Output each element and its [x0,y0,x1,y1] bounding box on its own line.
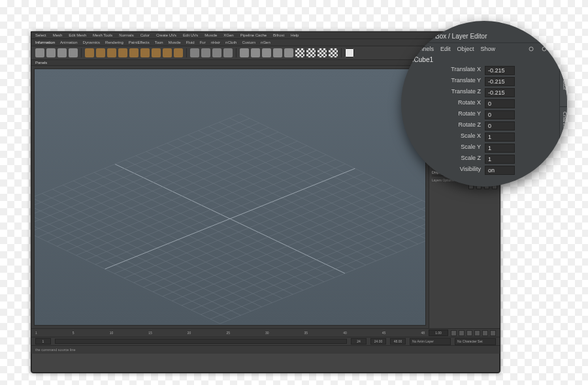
shelf-icon[interactable] [69,48,78,57]
shelf-icon[interactable] [96,48,105,57]
shelf-icon[interactable] [163,48,172,57]
shelf-tab[interactable]: Custom [242,40,255,44]
range-end-out-field[interactable]: 48.00 [390,338,406,345]
channel-attr-label: Rotate Y [425,110,482,119]
play-back-button[interactable] [466,330,472,336]
channel-attr-field[interactable]: -0.215 [485,88,515,97]
svg-line-35 [86,159,336,260]
channel-attr-field[interactable]: on [485,166,515,175]
shelf-icon[interactable] [174,48,183,57]
shelf-icon[interactable] [190,48,199,57]
svg-line-27 [35,123,259,223]
range-slider-row: 1 24 24.00 48.00 No Anim Layer No Charac… [31,337,500,345]
range-start-field[interactable]: 1 [35,338,51,345]
timeline-tick: 45 [382,331,386,335]
main-menu-item[interactable]: Color [140,33,150,37]
range-slider[interactable] [55,339,347,344]
shelf-icon[interactable] [57,48,67,57]
svg-line-34 [76,155,327,255]
shelf-icon[interactable] [85,48,94,57]
shelf-tab[interactable]: nCloth [225,40,237,44]
shelf-icon[interactable] [152,48,161,57]
main-menu-item[interactable]: Select [35,33,46,37]
channel-box-menu-item[interactable]: Edit [440,46,451,52]
main-menu-item[interactable]: Normals [119,33,133,37]
channel-box-menu-item[interactable]: Object [457,46,474,52]
shelf-icon-checker[interactable] [318,48,327,57]
main-menu-item[interactable]: Edit Mesh [69,33,86,37]
shelf-icon[interactable] [262,48,271,57]
viewport-3d[interactable] [34,69,426,326]
shelf-tab[interactable]: nHair [211,40,220,44]
shelf-separator [236,48,237,57]
anim-layer-dropdown[interactable]: No Anim Layer [410,338,451,345]
main-menu-item[interactable]: Bifrost [273,33,284,37]
shelf-icon[interactable] [129,48,139,57]
range-start-out-field[interactable]: 24.00 [370,338,386,345]
play-forward-button[interactable] [474,330,480,336]
selected-object-name[interactable]: pCube1 [409,54,561,66]
shelf-tab[interactable]: Fur [200,40,206,44]
shelf-icon[interactable] [140,48,150,57]
range-end-in-field[interactable]: 24 [351,338,367,345]
rewind-start-button[interactable] [451,330,457,336]
main-menu-bar: SelectMeshEdit MeshMesh ToolsNormalsColo… [31,32,500,39]
channel-attr-field[interactable]: -0.215 [485,77,515,86]
svg-line-47 [201,214,425,315]
current-frame-field[interactable]: 1.00 [429,330,448,336]
timeline-ticks: 15101520253035404548 [35,331,425,335]
shelf-icon[interactable] [273,48,282,57]
channel-attr-field[interactable]: 0 [485,121,515,131]
main-menu-item[interactable]: Help [291,33,299,37]
main-menu-item[interactable]: Muscle [204,33,217,37]
shelf-tab[interactable]: Dynamics [83,40,100,44]
shelf-icon[interactable] [35,48,44,57]
step-forward-button[interactable] [482,330,488,336]
shelf-icon[interactable] [46,48,56,57]
shelf-tab[interactable]: Information [35,40,55,44]
shelf-tab[interactable]: PaintEffects [129,40,150,44]
panels-label[interactable]: Panels [35,61,47,65]
channel-attr-field[interactable]: 0 [485,99,515,108]
main-menu-item[interactable]: Mesh Tools [93,33,112,37]
shelf-icon-checker[interactable] [329,48,338,57]
shelf-icon-checker[interactable] [306,48,316,57]
main-menu-item[interactable]: XGen [223,33,233,37]
shelf-icon[interactable] [212,48,221,57]
shelf-icon[interactable] [118,48,127,57]
channel-attr-field[interactable]: 1 [485,155,515,164]
svg-line-24 [240,114,425,223]
shelf-tab[interactable]: Animation [60,40,78,44]
forward-end-button[interactable] [490,330,496,336]
shelf-tab[interactable]: Muscle [169,40,181,44]
shelf-icon[interactable] [284,48,293,57]
channel-attr-field[interactable]: 0 [485,110,515,119]
manip-icon[interactable] [528,46,534,52]
channel-attr-field[interactable]: 1 [485,132,515,142]
shelf-icon[interactable] [251,48,260,57]
time-slider[interactable]: 15101520253035404548 1.00 [31,328,500,337]
shelf-tab[interactable]: Toon [155,40,163,44]
channel-attr-label: Scale X [425,132,482,142]
shelf-icon[interactable] [240,48,249,57]
channel-box-menu-item[interactable]: Show [481,46,496,52]
main-menu-item[interactable]: Pipeline Cache [240,33,267,37]
shelf-icon[interactable] [223,48,233,57]
channel-attr-field[interactable]: 1 [485,144,515,153]
shelf-tab[interactable]: nGen [261,40,270,44]
channel-attr-field[interactable]: -0.215 [485,66,515,75]
shelf-icon[interactable] [345,48,354,57]
main-menu-item[interactable]: Create UVs [156,33,176,37]
shelf-icon[interactable] [201,48,210,57]
main-menu-item[interactable]: Mesh [53,33,63,37]
svg-line-20 [199,131,425,239]
step-back-button[interactable] [459,330,465,336]
shelf-icon[interactable] [107,48,116,57]
command-line-hint[interactable]: the command source line [35,348,496,352]
main-menu-item[interactable]: Edit UVs [183,33,198,37]
shelf-tab[interactable]: Rendering [105,40,123,44]
shelf-tab[interactable]: Fluid [186,40,195,44]
status-bar: the command source line [31,345,500,354]
shelf-icon-checker[interactable] [295,48,304,57]
character-set-dropdown[interactable]: No Character Set [455,338,496,345]
